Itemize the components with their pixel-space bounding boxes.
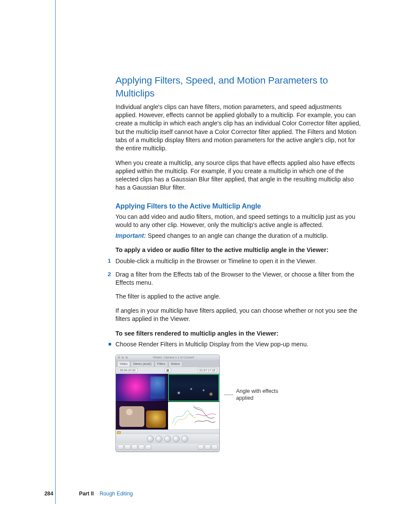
mark-in-icon [118,445,124,450]
bullet-item: Choose Render Filters in Multiclip Displ… [115,340,364,348]
step-text: Double-click a multiclip in the Browser … [115,258,317,264]
heading-sub-1: Applying Filters to the Active Multiclip… [115,202,364,211]
task-1-steps: 1 Double-click a multiclip in the Browse… [115,257,364,287]
angle-3 [116,402,168,429]
viewer-transport-controls [116,434,219,444]
marker-icon [131,445,137,450]
keyframe-icon [138,445,144,450]
task-2-title: To see filters rendered to multiclip ang… [115,330,364,338]
viewer-scrubber [116,429,219,434]
sub-paragraph-1: You can add video and audio filters, mot… [115,213,364,230]
viewer-figure: Viewer: Camera 1-1 in Concert Video Ster… [115,355,364,452]
angle-1 [116,374,168,401]
window-minimize-icon [121,356,124,359]
viewer-bottom-row [116,444,219,451]
viewer-window: Viewer: Camera 1-1 in Concert Video Ster… [115,355,220,452]
important-note: Important: Speed changes to an angle can… [115,232,364,240]
prev-edit-icon [147,436,154,442]
tab-stereo: Stereo (a1a2) [131,361,154,366]
window-close-icon [118,356,120,359]
footer-meta: Part II Rough Editing [79,490,133,498]
callout-leader-line [224,395,234,395]
step-text: Drag a filter from the Effects tab of th… [115,271,354,286]
page-number: 284 [44,490,53,498]
intro-paragraph-2: When you create a multiclip, any source … [115,159,364,192]
viewer-title: Viewer: Camera 1-1 in Concert [129,355,218,359]
step-result: The filter is applied to the active angl… [115,292,364,301]
callout-text: Angle with effects applied [236,388,278,401]
viewer-timecode-bar: 00:04:24:02 ▦ 01:07:17:22 [116,367,219,374]
edge-detect-icon [168,402,220,429]
important-text: Speed changes to an angle can change the… [148,232,328,239]
angle-2-active [168,374,220,401]
replace-icon [212,445,218,450]
task-2-bullet-list: Choose Render Filters in Multiclip Displ… [115,340,364,348]
viewer-layout-icon: ▦ [165,368,171,373]
step-2: 2 Drag a filter from the Effects tab of … [115,271,364,287]
step-1: 1 Double-click a multiclip in the Browse… [115,257,364,265]
play-reverse-icon [156,436,162,442]
play-icon [173,436,180,442]
task-1-title: To apply a video or audio filter to the … [115,246,364,254]
viewer-titlebar: Viewer: Camera 1-1 in Concert [116,355,219,360]
angle-4-effects [168,402,220,429]
intro-paragraph-1: Individual angle's clips can have filter… [115,103,364,153]
figure-callout: Angle with effects applied [224,388,278,401]
step-number: 2 [108,271,111,278]
tab-video: Video [117,361,130,366]
heading-main: Applying Filters, Speed, and Motion Para… [115,74,364,100]
section-label: Rough Editing [100,491,133,497]
page-content: Applying Filters, Speed, and Motion Para… [0,0,411,532]
callout-line-2: applied [236,395,253,401]
step-number: 1 [108,257,111,265]
followup-paragraph: If angles in your multiclip have filters… [115,307,364,324]
timecode-right: 01:07:17:22 [198,368,217,373]
stop-icon [164,436,171,442]
callout-line-1: Angle with effects [236,388,278,394]
window-zoom-icon [125,356,128,359]
tab-filters: Filters [155,361,168,366]
next-edit-icon [181,436,188,442]
page-footer: 284 Part II Rough Editing [44,490,364,498]
important-label: Important: [115,232,148,239]
viewer-tabs: Video Stereo (a1a2) Filters Motion [116,360,219,366]
tab-motion: Motion [168,361,183,366]
multiclip-grid [116,374,219,429]
timecode-left: 00:04:24:02 [118,368,137,373]
insert-icon [198,445,204,450]
match-frame-icon [145,445,151,450]
part-label: Part II [79,491,94,497]
overwrite-icon [205,445,211,450]
mark-out-icon [125,445,131,450]
